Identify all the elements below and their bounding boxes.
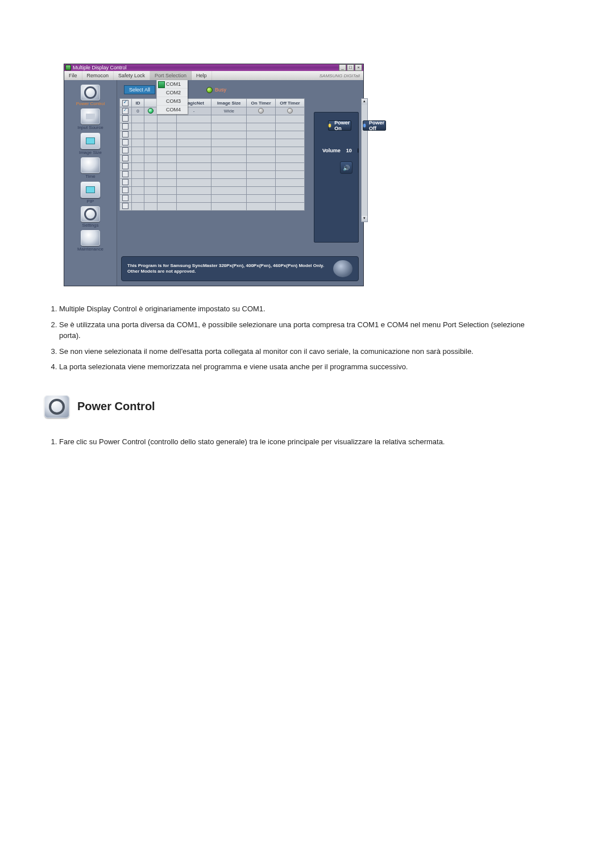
col-offtimer: Off Timer — [276, 99, 305, 107]
sidebar-item-time[interactable]: Time — [64, 157, 117, 179]
row-check[interactable] — [122, 147, 128, 153]
settings-icon — [81, 206, 100, 222]
table-row[interactable] — [120, 203, 305, 211]
app-icon — [65, 65, 71, 70]
table-row[interactable] — [120, 139, 305, 147]
table-row[interactable] — [120, 195, 305, 203]
list-item: Se non viene selezionata il nome dell'es… — [59, 346, 525, 357]
maximize-button[interactable]: □ — [347, 64, 354, 71]
footer-globe-icon — [333, 260, 352, 277]
table-row[interactable] — [120, 131, 305, 139]
row-check[interactable] — [122, 163, 128, 169]
row-check[interactable] — [122, 171, 128, 177]
row-check[interactable] — [122, 187, 128, 193]
volume-label: Volume — [322, 148, 341, 153]
sidebar-item-maintenance[interactable]: Maintenance — [64, 230, 117, 252]
row-check[interactable] — [122, 179, 128, 185]
row-check[interactable] — [122, 195, 128, 201]
power-on-dot-icon — [329, 124, 331, 127]
power-icon — [81, 85, 100, 101]
close-button[interactable]: × — [355, 64, 362, 71]
menu-remocon[interactable]: Remocon — [82, 71, 114, 80]
row-check[interactable] — [122, 203, 128, 209]
table-row[interactable] — [120, 147, 305, 155]
port-option-com1[interactable]: COM1 — [157, 80, 188, 89]
mute-button[interactable]: 🔊 — [340, 161, 352, 174]
port-option-com2[interactable]: COM2 — [157, 89, 188, 97]
volume-value: 10 — [346, 148, 352, 153]
status-busy: Busy — [206, 87, 226, 93]
list-item: La porta selezionata viene memorizzata n… — [59, 361, 525, 373]
sidebar: Power Control Input Source Image Size Ti… — [64, 80, 117, 286]
sidebar-item-power-control[interactable]: Power Control — [64, 85, 117, 106]
table-row[interactable] — [120, 163, 305, 171]
row-check[interactable] — [122, 123, 128, 130]
table-scrollbar[interactable]: ▴ ▾ — [361, 98, 368, 222]
section-title: Power Control — [77, 400, 155, 413]
select-all-button[interactable]: Select All — [124, 85, 155, 94]
timer-dot-icon — [258, 108, 264, 114]
list-item: Se è utilizzata una porta diversa da COM… — [59, 319, 525, 341]
volume-slider[interactable] — [358, 148, 359, 153]
steps-list: Fare clic su Power Control (controllo de… — [45, 436, 525, 448]
col-id: ID — [131, 99, 144, 107]
table-row[interactable] — [120, 179, 305, 187]
port-selection-dropdown[interactable]: COM1 COM2 COM3 COM4 — [156, 80, 188, 114]
minimize-button[interactable]: _ — [339, 64, 346, 71]
window-title: Multiple Display Control — [73, 65, 127, 70]
row-check[interactable] — [122, 155, 128, 161]
list-item: Multiple Display Control è originariamen… — [59, 303, 525, 315]
busy-dot-icon — [206, 87, 213, 93]
menu-safety-lock[interactable]: Safety Lock — [114, 71, 150, 80]
row-check[interactable] — [122, 131, 128, 137]
titlebar: Multiple Display Control _ □ × — [64, 64, 363, 71]
image-size-icon — [86, 137, 95, 144]
mdc-window: Multiple Display Control _ □ × File Remo… — [64, 64, 364, 286]
row-check[interactable] — [122, 108, 128, 114]
power-off-dot-icon — [363, 124, 366, 127]
row-check[interactable] — [122, 115, 128, 122]
section-heading: Power Control — [44, 395, 614, 418]
scroll-down-button[interactable]: ▾ — [362, 216, 367, 222]
menu-help[interactable]: Help — [192, 71, 212, 80]
menu-file[interactable]: File — [64, 71, 82, 80]
col-check[interactable] — [120, 99, 132, 107]
table-row[interactable] — [120, 115, 305, 123]
table-row[interactable] — [120, 123, 305, 131]
brand-label: SAMSUNG DIGITall — [316, 71, 363, 80]
status-dot-icon — [148, 108, 154, 114]
toolbar: Select All Busy — [119, 82, 361, 97]
speaker-icon: 🔊 — [343, 165, 350, 171]
col-ontimer: On Timer — [247, 99, 276, 107]
row-check[interactable] — [122, 139, 128, 145]
power-on-button[interactable]: Power On — [328, 120, 351, 131]
sidebar-item-input-source[interactable]: Input Source — [64, 108, 117, 130]
port-option-com3[interactable]: COM3 — [157, 97, 188, 106]
cell-imgsize: Wide — [211, 107, 247, 115]
list-item: Fare clic su Power Control (controllo de… — [59, 436, 525, 448]
table-row[interactable] — [120, 171, 305, 179]
table-row[interactable] — [120, 155, 305, 163]
notes-list: Multiple Display Control è originariamen… — [45, 303, 525, 373]
col-status — [144, 99, 157, 107]
cell-id: 0 — [131, 107, 144, 115]
sidebar-item-settings[interactable]: Settings — [64, 206, 117, 228]
window-buttons: _ □ × — [339, 64, 362, 71]
maintenance-icon — [81, 230, 100, 246]
input-icon — [86, 114, 95, 119]
power-control-icon — [44, 395, 69, 418]
check-all[interactable] — [122, 100, 128, 106]
scroll-up-button[interactable]: ▴ — [362, 99, 367, 105]
port-option-com4[interactable]: COM4 — [157, 106, 188, 114]
pip-icon — [86, 186, 95, 193]
power-off-button[interactable]: Power Off — [363, 120, 386, 131]
table-row[interactable] — [120, 187, 305, 195]
table-row[interactable]: 0 - Wide — [120, 107, 305, 115]
menu-port-selection[interactable]: Port Selection — [150, 71, 192, 80]
menubar: File Remocon Safety Lock Port Selection … — [64, 71, 363, 81]
time-icon — [81, 157, 100, 173]
timer-dot-icon — [287, 108, 293, 114]
sidebar-item-pip[interactable]: PIP — [64, 181, 117, 204]
sidebar-item-image-size[interactable]: Image Size — [64, 132, 117, 155]
col-imgsize: Image Size — [211, 99, 247, 107]
